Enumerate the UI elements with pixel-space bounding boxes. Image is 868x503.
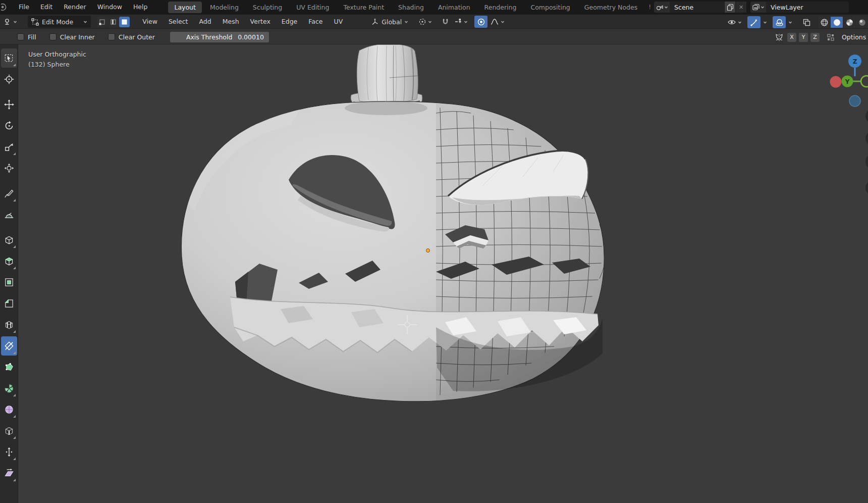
tool-extrude-region[interactable] xyxy=(1,251,17,271)
tool-scale[interactable] xyxy=(1,137,17,157)
face-select-button[interactable] xyxy=(119,17,130,27)
mirror-y-button[interactable]: Y xyxy=(799,33,808,42)
tool-poly-build[interactable] xyxy=(1,358,17,377)
mirror-x-button[interactable]: X xyxy=(787,33,796,42)
editor-type-button[interactable] xyxy=(1,16,20,28)
tool-transform[interactable] xyxy=(1,159,17,178)
menu-mesh[interactable]: Mesh xyxy=(217,15,245,29)
snap-base-icon[interactable] xyxy=(826,33,835,42)
tool-bevel[interactable] xyxy=(1,294,17,313)
pumpkin-stem[interactable] xyxy=(351,45,422,109)
gizmo-axis-z-neg[interactable] xyxy=(849,95,860,107)
gizmo-axis-x-neg[interactable] xyxy=(830,76,842,88)
menu-edit[interactable]: Edit xyxy=(35,0,58,14)
tab-geometry-nodes[interactable]: Geometry Nodes xyxy=(578,2,643,13)
chevron-down-icon xyxy=(761,5,765,9)
blender-logo-icon[interactable] xyxy=(1,3,9,12)
tab-uv-editing[interactable]: UV Editing xyxy=(290,2,335,13)
viewlayer-name-field[interactable]: ViewLayer xyxy=(766,2,849,13)
axis-threshold-field[interactable]: Axis Threshold 0.00010 xyxy=(170,32,269,42)
tool-edge-slide[interactable] xyxy=(1,421,17,440)
tab-texture-paint[interactable]: Texture Paint xyxy=(337,2,390,13)
menu-window[interactable]: Window xyxy=(92,0,128,14)
navigation-gizmo[interactable]: Y Z xyxy=(830,55,868,107)
tool-measure[interactable] xyxy=(1,205,17,224)
menu-select[interactable]: Select xyxy=(163,15,194,29)
editor-3d-viewport-icon xyxy=(4,18,12,26)
tab-animation[interactable]: Animation xyxy=(432,2,476,13)
mirror-z-button[interactable]: Z xyxy=(810,33,820,42)
menu-face[interactable]: Face xyxy=(303,15,328,29)
chevron-down-icon xyxy=(501,20,505,24)
menu-view[interactable]: View xyxy=(137,15,163,29)
show-gizmo-toggle[interactable] xyxy=(747,16,761,28)
tool-add-cube[interactable] xyxy=(1,230,17,249)
3d-viewport[interactable]: Y Z User Orthographic (132) Sphere xyxy=(18,44,868,503)
snap-with-dropdown[interactable] xyxy=(452,16,470,28)
tab-compositing[interactable]: Compositing xyxy=(524,2,576,13)
menu-help[interactable]: Help xyxy=(128,0,153,14)
clear-outer-checkbox[interactable] xyxy=(108,33,115,40)
tool-select-box[interactable] xyxy=(1,48,17,68)
gizmo-dropdown[interactable] xyxy=(761,16,770,28)
proportional-editing-toggle[interactable] xyxy=(474,16,487,28)
tab-modeling[interactable]: Modeling xyxy=(204,2,245,13)
perspective-toggle-button[interactable] xyxy=(865,180,868,195)
chevron-down-icon xyxy=(13,20,17,24)
tool-rotate[interactable] xyxy=(1,116,17,135)
snap-toggle[interactable] xyxy=(439,16,452,28)
proportional-falloff-dropdown[interactable] xyxy=(487,16,507,28)
chevron-down-icon xyxy=(788,20,792,24)
viewport-canvas[interactable]: Y Z xyxy=(18,44,868,503)
clear-inner-checkbox[interactable] xyxy=(49,33,57,40)
shrink-fatten-icon xyxy=(4,446,15,458)
zoom-button[interactable] xyxy=(865,109,868,124)
tab-layout[interactable]: Layout xyxy=(168,2,202,13)
shading-wireframe-button[interactable] xyxy=(818,17,830,28)
new-scene-button[interactable] xyxy=(725,2,735,13)
scene-name-field[interactable]: Scene xyxy=(670,2,724,13)
active-object-label: (132) Sphere xyxy=(28,61,70,68)
vertex-select-button[interactable] xyxy=(97,17,107,27)
xray-toggle[interactable] xyxy=(800,16,813,28)
fill-checkbox[interactable] xyxy=(17,33,24,40)
tool-smooth[interactable] xyxy=(1,400,17,419)
tool-annotate[interactable] xyxy=(1,184,17,203)
overlays-dropdown[interactable] xyxy=(786,16,795,28)
viewport-nav-buttons[interactable] xyxy=(865,109,868,195)
show-overlays-toggle[interactable] xyxy=(773,16,786,28)
show-object-types-dropdown[interactable] xyxy=(725,16,744,28)
menu-uv[interactable]: UV xyxy=(329,15,349,29)
viewlayer-browse-button[interactable] xyxy=(750,2,766,13)
tool-shrink-fatten[interactable] xyxy=(1,442,17,462)
tab-sculpting[interactable]: Sculpting xyxy=(247,2,288,13)
tab-shading[interactable]: Shading xyxy=(392,2,430,13)
mode-dropdown[interactable]: Edit Mode xyxy=(28,16,91,28)
menu-add[interactable]: Add xyxy=(193,15,216,29)
tool-cursor[interactable] xyxy=(1,70,17,89)
tool-inset-faces[interactable] xyxy=(1,273,17,292)
camera-view-button[interactable] xyxy=(865,154,868,169)
shading-material-button[interactable] xyxy=(843,17,855,28)
pan-button[interactable] xyxy=(865,131,868,146)
pumpkin-mesh[interactable] xyxy=(170,45,624,419)
menu-vertex[interactable]: Vertex xyxy=(245,15,276,29)
tool-move[interactable] xyxy=(1,95,17,114)
edge-select-button[interactable] xyxy=(108,17,119,27)
pivot-point-dropdown[interactable] xyxy=(416,16,435,28)
transform-orientation-dropdown[interactable]: Global xyxy=(368,16,411,28)
menu-render[interactable]: Render xyxy=(58,0,92,14)
options-dropdown[interactable]: Options xyxy=(842,33,868,41)
tool-spin[interactable] xyxy=(1,379,17,398)
shading-solid-button[interactable] xyxy=(831,17,843,28)
tool-loop-cut[interactable] xyxy=(1,315,17,334)
gizmo-axis-x[interactable] xyxy=(861,76,868,87)
tool-shear[interactable] xyxy=(1,464,17,483)
tab-rendering[interactable]: Rendering xyxy=(478,2,523,13)
menu-file[interactable]: File xyxy=(13,0,35,14)
shading-rendered-button[interactable] xyxy=(856,17,868,28)
scene-browse-button[interactable] xyxy=(654,2,670,13)
unlink-scene-button[interactable]: ✕ xyxy=(736,2,746,13)
tool-bisect[interactable] xyxy=(1,336,17,356)
menu-edge[interactable]: Edge xyxy=(276,15,303,29)
